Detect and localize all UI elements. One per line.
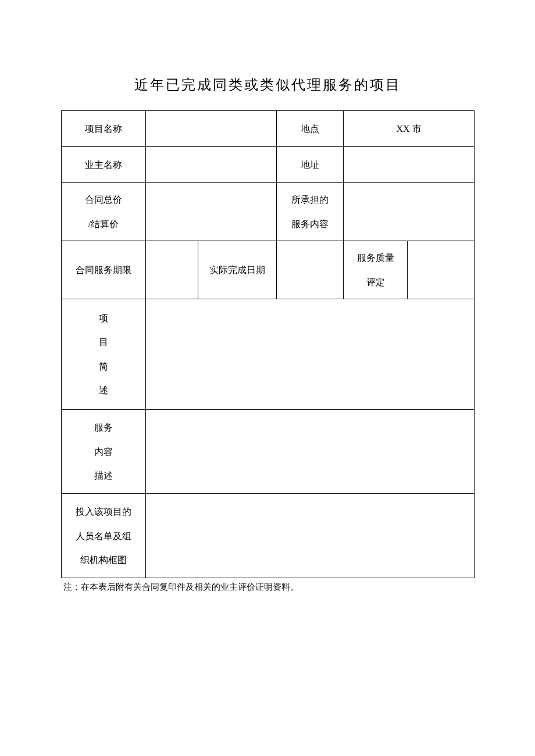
label-address: 地址 — [277, 147, 344, 183]
label-service-content-line2: 服务内容 — [279, 212, 341, 237]
label-brief-c1: 项 — [64, 306, 143, 331]
label-quality-rating: 服务质量 评定 — [344, 241, 408, 299]
row-service-period: 合同服务期限 实际完成日期 服务质量 评定 — [62, 241, 475, 299]
row-owner-name: 业主名称 地址 — [62, 147, 475, 183]
value-service-desc — [146, 410, 475, 494]
label-project-brief: 项 目 简 述 — [62, 299, 146, 410]
row-contract-price: 合同总价 /结算价 所承担的 服务内容 — [62, 183, 475, 241]
label-actual-completion: 实际完成日期 — [198, 241, 277, 299]
label-service-content: 所承担的 服务内容 — [277, 183, 344, 241]
value-contract-price — [146, 183, 277, 241]
project-form-table: 项目名称 地点 XX 市 业主名称 地址 合同总价 /结算价 所承担的 服务内容… — [61, 110, 475, 578]
label-quality-rating-line1: 服务质量 — [346, 246, 405, 270]
label-service-desc-line2: 内容 — [64, 440, 143, 464]
value-project-brief — [146, 299, 475, 410]
label-brief-c4: 述 — [64, 378, 143, 403]
label-contract-price-line1: 合同总价 — [64, 188, 143, 212]
label-service-desc-line1: 服务 — [64, 415, 143, 440]
label-quality-rating-line2: 评定 — [346, 270, 405, 295]
label-contract-price: 合同总价 /结算价 — [62, 183, 146, 241]
value-personnel — [146, 494, 475, 578]
value-actual-completion — [277, 241, 344, 299]
value-owner-name — [146, 147, 277, 183]
value-service-period — [146, 241, 198, 299]
label-service-desc-line3: 描述 — [64, 464, 143, 488]
value-location: XX 市 — [344, 111, 475, 147]
label-contract-price-line2: /结算价 — [64, 212, 143, 237]
row-project-name: 项目名称 地点 XX 市 — [62, 111, 475, 147]
row-personnel: 投入该项目的 人员名单及组 织机构框图 — [62, 494, 475, 578]
label-service-period: 合同服务期限 — [62, 241, 146, 299]
label-owner-name: 业主名称 — [62, 147, 146, 183]
row-project-brief: 项 目 简 述 — [62, 299, 475, 410]
label-personnel-line3: 织机构框图 — [64, 548, 143, 572]
label-brief-c3: 简 — [64, 354, 143, 379]
footnote: 注：在本表后附有关合同复印件及相关的业主评价证明资料。 — [61, 582, 474, 593]
label-service-desc: 服务 内容 描述 — [62, 410, 146, 494]
value-quality-rating — [408, 241, 475, 299]
label-personnel-line1: 投入该项目的 — [64, 500, 143, 524]
value-address — [344, 147, 475, 183]
label-brief-c2: 目 — [64, 330, 143, 354]
value-project-name — [146, 111, 277, 147]
row-service-desc: 服务 内容 描述 — [62, 410, 475, 494]
value-service-content — [344, 183, 475, 241]
label-personnel-line2: 人员名单及组 — [64, 524, 143, 549]
label-personnel: 投入该项目的 人员名单及组 织机构框图 — [62, 494, 146, 578]
page-title: 近年已完成同类或类似代理服务的项目 — [61, 76, 474, 94]
label-project-name: 项目名称 — [62, 111, 146, 147]
label-service-content-line1: 所承担的 — [279, 188, 341, 212]
label-location: 地点 — [277, 111, 344, 147]
